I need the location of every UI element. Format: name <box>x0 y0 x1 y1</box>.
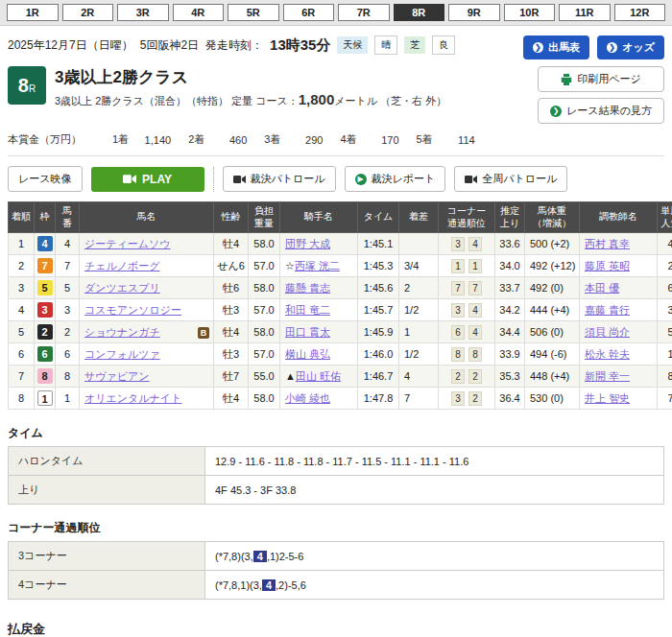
jockey-link[interactable]: 和田 竜二 <box>285 304 330 316</box>
body-weight-cell: 448 (+4) <box>525 366 580 388</box>
print-page-label: 印刷用ページ <box>577 72 641 86</box>
race-tab-2r[interactable]: 2R <box>62 4 114 21</box>
chevron-icon: ❯ <box>533 42 543 53</box>
horse-name-link[interactable]: サヴァビアン <box>84 370 150 382</box>
horse-name-link[interactable]: ダンツエスプリ <box>84 282 160 294</box>
weight-carried: 55.0 <box>249 366 280 388</box>
table-row: 6 6 6 コンフォルツァ 牡3 57.0 横山 典弘 1:46.0 1/2 8… <box>9 343 672 366</box>
race-date: 2025年12月7日（日曜） <box>8 37 133 54</box>
frame-number: 8 <box>37 368 53 384</box>
prize-rank: 4着 <box>340 132 356 147</box>
jockey-link[interactable]: 団野 大成 <box>285 238 330 249</box>
race-tab-5r[interactable]: 5R <box>228 4 279 21</box>
stewards-patrol-button[interactable]: 裁決パトロール <box>223 166 336 192</box>
jockey-link[interactable]: 横山 典弘 <box>285 348 330 360</box>
jockey-link[interactable]: 田口 貫太 <box>285 326 330 338</box>
stewards-report-button[interactable]: ▶ 裁決レポート <box>345 166 446 192</box>
trainer-link[interactable]: 西村 真幸 <box>585 238 630 249</box>
results-header-row: 着順 枠 馬 番 馬名 性齢 負担 重量 騎手名 タイム 着差 コーナー 通過順… <box>9 202 672 233</box>
horse-name-link[interactable]: チェルノボーグ <box>84 260 160 271</box>
trainer-link[interactable]: 新開 幸一 <box>585 370 630 382</box>
race-tab-11r[interactable]: 11R <box>559 4 611 21</box>
play-button[interactable]: PLAY <box>91 167 204 192</box>
jockey-link[interactable]: 藤懸 貴志 <box>285 282 330 294</box>
favorite-cell: 1 <box>658 343 672 366</box>
corner-position: 8 <box>451 347 465 362</box>
horse-name-link[interactable]: ジーティームソウ <box>84 238 171 249</box>
odds-button[interactable]: ❯ オッズ <box>597 35 664 59</box>
full-patrol-button[interactable]: 全周パトロール <box>454 166 567 192</box>
horse-name-link[interactable]: コスモアンソロジー <box>84 304 181 316</box>
horse-name-link[interactable]: コンフォルツァ <box>84 348 160 360</box>
horse-name-link[interactable]: ショウナンガチ <box>84 326 160 338</box>
video-camera-icon <box>123 174 136 184</box>
horse-number: 7 <box>56 255 80 277</box>
table-row: 3コーナー (*7,8)(3,4,1)2-5-6 <box>9 542 664 571</box>
race-tab-7r[interactable]: 7R <box>338 4 390 21</box>
results-guide-button[interactable]: ❯ レース結果の見方 <box>538 98 664 124</box>
finish-position: 4 <box>9 299 35 321</box>
race-tab-9r[interactable]: 9R <box>448 4 500 21</box>
trainer-link[interactable]: 井上 智史 <box>585 392 630 404</box>
body-weight-cell: 494 (-6) <box>525 343 580 366</box>
col-jockey: 騎手名 <box>280 202 358 233</box>
prize-amount: 114 <box>441 134 475 146</box>
entries-button[interactable]: ❯ 出馬表 <box>523 35 589 59</box>
jockey-link[interactable]: 田山 旺佑 <box>296 370 341 382</box>
corner-order-cell: 32 <box>439 388 495 410</box>
race-tab-3r[interactable]: 3R <box>117 4 169 21</box>
horse-number: 3 <box>56 299 80 321</box>
favorite-cell: 3 <box>658 299 672 321</box>
meeting-info: 5回阪神2日 <box>140 37 199 54</box>
trainer-link[interactable]: 藤原 英昭 <box>585 260 630 271</box>
race-tab-12r[interactable]: 12R <box>614 4 666 21</box>
sex-age: せん6 <box>214 255 249 277</box>
sex-age: 牡4 <box>214 321 249 343</box>
table-row: 7 8 8 サヴァビアン 牡7 55.0 ▲田山 旺佑 1:46.7 4 22 … <box>9 366 672 388</box>
race-tab-10r[interactable]: 10R <box>504 4 556 21</box>
side-actions: 印刷用ページ ❯ レース結果の見方 <box>538 66 664 124</box>
trainer-link[interactable]: 松永 幹夫 <box>585 348 630 360</box>
last-3f-cell: 34.2 <box>495 299 525 321</box>
prize-amount: 290 <box>288 134 323 146</box>
sex-age: 牡3 <box>214 343 249 366</box>
print-page-button[interactable]: 印刷用ページ <box>538 66 664 92</box>
jockey-link[interactable]: 小崎 綾也 <box>285 392 330 404</box>
trainer-link[interactable]: 嘉藤 貴行 <box>585 304 630 316</box>
corner-position: 4 <box>468 303 482 318</box>
weight-carried: 58.0 <box>249 277 280 299</box>
horse-name-link[interactable]: オリエンタルナイト <box>84 392 181 404</box>
trainer-link[interactable]: 須貝 尚介 <box>585 326 630 338</box>
table-row: 2 7 7 チェルノボーグ せん6 57.0 ☆西塚 洸二 1:45.3 3/4… <box>9 255 672 277</box>
frame-number: 1 <box>37 390 53 406</box>
prize-rank: 5着 <box>417 132 433 147</box>
corner-position: 4 <box>468 325 482 340</box>
body-weight-cell: 492 (+12) <box>525 255 580 277</box>
finish-position: 6 <box>9 343 35 366</box>
corner-section-title: コーナー通過順位 <box>8 520 664 536</box>
frame-number: 4 <box>37 236 53 251</box>
horse-number: 8 <box>56 366 80 388</box>
weight-carried: 58.0 <box>249 388 280 410</box>
last-3f-cell: 34.4 <box>495 321 525 343</box>
corner-position: 1 <box>451 259 465 273</box>
race-tab-1r[interactable]: 1R <box>7 4 59 21</box>
prize-money-row: 本賞金（万円） 1着1,140 2着460 3着290 4着170 5着114 <box>8 132 664 156</box>
race-title: 3歳以上2勝クラス <box>55 66 446 88</box>
horse-number: 4 <box>56 233 80 255</box>
race-tab-8r-active[interactable]: 8R <box>394 4 445 21</box>
race-tab-4r[interactable]: 4R <box>173 4 225 21</box>
race-tab-6r[interactable]: 6R <box>283 4 335 21</box>
results-table: 着順 枠 馬 番 馬名 性齢 負担 重量 騎手名 タイム 着差 コーナー 通過順… <box>8 201 672 410</box>
trainer-link[interactable]: 本田 優 <box>585 282 619 294</box>
col-time: タイム <box>358 202 399 233</box>
col-corner-order: コーナー 通過順位 <box>439 202 495 233</box>
jockey-link[interactable]: 西塚 洸二 <box>295 260 340 271</box>
corner-position: 4 <box>468 237 482 251</box>
sex-age: 牡6 <box>214 277 249 299</box>
frame-number: 6 <box>37 346 53 362</box>
prize-label: 本賞金（万円） <box>8 132 82 147</box>
prize-amount: 1,140 <box>136 134 171 146</box>
track-condition-value: 良 <box>432 35 455 55</box>
video-camera-icon <box>233 175 246 184</box>
